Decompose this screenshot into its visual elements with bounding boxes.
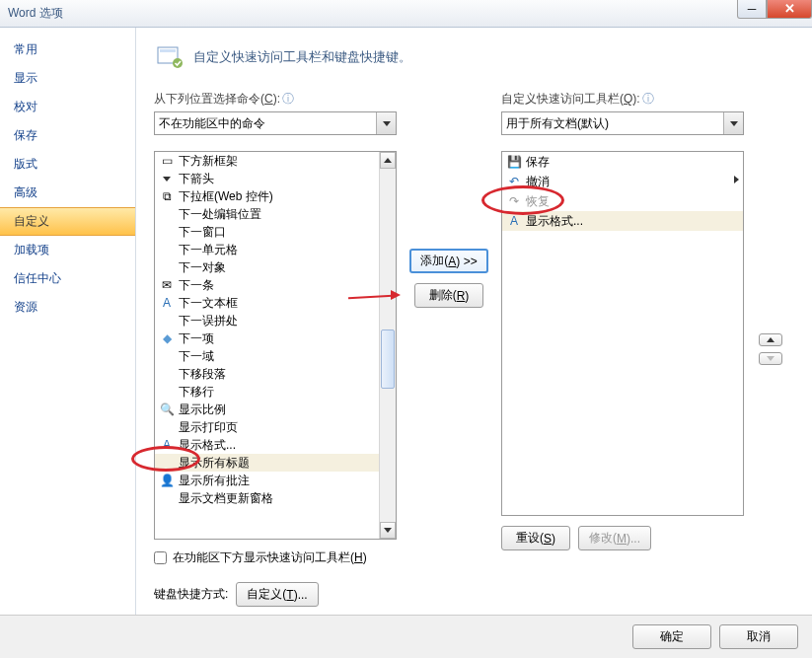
- choose-commands-combo[interactable]: 不在功能区中的命令: [154, 111, 397, 135]
- scroll-thumb[interactable]: [381, 329, 395, 389]
- list-item[interactable]: 下一域: [179, 348, 214, 365]
- close-button[interactable]: ✕: [767, 0, 812, 19]
- list-item[interactable]: 恢复: [526, 193, 550, 210]
- modify-button[interactable]: 修改(M)...: [578, 526, 651, 550]
- list-item[interactable]: 下一窗口: [179, 224, 226, 241]
- list-item[interactable]: 下一文本框: [179, 295, 238, 312]
- footer: 确定 取消: [0, 616, 812, 658]
- qat-combo[interactable]: 用于所有文档(默认): [501, 111, 744, 135]
- list-item[interactable]: 下一单元格: [179, 242, 238, 258]
- undo-icon: ↶: [506, 174, 522, 189]
- customize-icon: [154, 41, 185, 73]
- list-item[interactable]: 下移段落: [179, 366, 226, 383]
- window-controls: ─ ✕: [737, 0, 812, 19]
- cancel-button[interactable]: 取消: [719, 624, 798, 649]
- format-icon: A: [159, 437, 175, 453]
- sidebar-item-common[interactable]: 常用: [0, 36, 135, 64]
- main-panel: 自定义快速访问工具栏和键盘快捷键。 从下列位置选择命令(C):ⓘ 不在功能区中的…: [136, 28, 812, 615]
- sidebar-item-resources[interactable]: 资源: [0, 293, 135, 322]
- list-item[interactable]: 下一项: [179, 330, 214, 347]
- textbox-icon: A: [159, 295, 175, 311]
- sidebar-item-addins[interactable]: 加载项: [0, 236, 135, 264]
- add-button[interactable]: 添加(A) >>: [409, 249, 487, 273]
- arrow-down-icon: [159, 171, 175, 186]
- show-below-checkbox[interactable]: [154, 551, 167, 564]
- save-icon: 💾: [506, 154, 522, 170]
- expand-icon[interactable]: [734, 176, 739, 183]
- sidebar-item-proofing[interactable]: 校对: [0, 93, 135, 121]
- list-item[interactable]: 显示比例: [179, 402, 226, 418]
- header: 自定义快速访问工具栏和键盘快捷键。: [154, 41, 794, 73]
- svg-rect-1: [160, 49, 176, 52]
- comment-icon: 👤: [159, 473, 175, 488]
- sidebar-item-display[interactable]: 显示: [0, 64, 135, 93]
- content: 常用 显示 校对 保存 版式 高级 自定义 加载项 信任中心 资源 自定义快速访…: [0, 28, 812, 616]
- sidebar-item-trust[interactable]: 信任中心: [0, 264, 135, 293]
- redo-icon: ↷: [506, 193, 522, 209]
- choose-commands-label: 从下列位置选择命令(C):ⓘ: [154, 91, 397, 108]
- diamond-icon: ◆: [159, 330, 175, 346]
- scroll-down-button[interactable]: [380, 522, 396, 539]
- list-item[interactable]: 下箭头: [179, 171, 214, 187]
- commands-listbox[interactable]: ▭下方新框架 下箭头 ⧉下拉框(Web 控件) 下一处编辑位置 下一窗口 下一单…: [154, 151, 397, 540]
- list-item[interactable]: 显示所有批注: [179, 473, 250, 489]
- chevron-down-icon: [376, 112, 396, 134]
- list-item[interactable]: 下移行: [179, 384, 214, 401]
- chevron-down-icon: [723, 112, 743, 134]
- dropdown-icon: ⧉: [159, 188, 175, 204]
- move-down-button[interactable]: [759, 352, 782, 365]
- show-below-label: 在功能区下方显示快速访问工具栏(H): [173, 549, 367, 566]
- keyboard-customize-button[interactable]: 自定义(T)...: [236, 582, 318, 607]
- ok-button[interactable]: 确定: [632, 624, 711, 649]
- envelope-icon: ✉: [159, 277, 175, 293]
- sidebar-item-customize[interactable]: 自定义: [0, 207, 135, 236]
- keyboard-label: 键盘快捷方式:: [154, 586, 228, 603]
- qat-listbox[interactable]: 💾保存 ↶撤消 ↷恢复 A显示格式...: [501, 151, 744, 516]
- minimize-button[interactable]: ─: [737, 0, 767, 19]
- combo-value: 用于所有文档(默认): [506, 115, 609, 132]
- scrollbar[interactable]: [379, 152, 396, 539]
- list-item[interactable]: 显示格式...: [179, 437, 236, 454]
- frame-icon: ▭: [159, 153, 175, 169]
- reset-button[interactable]: 重设(S): [501, 526, 570, 550]
- columns: 从下列位置选择命令(C):ⓘ 不在功能区中的命令 ▭下方新框架 下箭头 ⧉下拉框…: [154, 91, 794, 607]
- reorder-column: [756, 91, 785, 607]
- combo-value: 不在功能区中的命令: [159, 115, 265, 132]
- list-item[interactable]: 显示格式...: [526, 213, 583, 230]
- titlebar: Word 选项 ─ ✕: [0, 0, 812, 28]
- list-item[interactable]: 下一条: [179, 277, 214, 294]
- list-item[interactable]: 显示文档更新窗格: [179, 490, 273, 507]
- show-below-row: 在功能区下方显示快速访问工具栏(H): [154, 549, 397, 566]
- svg-point-2: [173, 58, 183, 68]
- sidebar-item-save[interactable]: 保存: [0, 121, 135, 150]
- scroll-up-button[interactable]: [380, 152, 396, 169]
- list-item[interactable]: 显示打印页: [179, 419, 238, 436]
- list-item[interactable]: 显示所有标题: [179, 455, 250, 472]
- window-title: Word 选项: [8, 5, 63, 22]
- list-item[interactable]: 撤消: [526, 174, 550, 190]
- format-icon: A: [506, 213, 522, 229]
- remove-button[interactable]: 删除(R): [414, 283, 483, 308]
- move-up-button[interactable]: [759, 333, 782, 346]
- list-item[interactable]: 下方新框架: [179, 153, 238, 170]
- left-column: 从下列位置选择命令(C):ⓘ 不在功能区中的命令 ▭下方新框架 下箭头 ⧉下拉框…: [154, 91, 397, 607]
- qat-label: 自定义快速访问工具栏(Q):ⓘ: [501, 91, 744, 108]
- keyboard-row: 键盘快捷方式: 自定义(T)...: [154, 582, 397, 607]
- list-item[interactable]: 下一处编辑位置: [179, 206, 261, 223]
- list-item[interactable]: 保存: [526, 154, 550, 171]
- sidebar-item-advanced[interactable]: 高级: [0, 179, 135, 207]
- header-text: 自定义快速访问工具栏和键盘快捷键。: [193, 48, 411, 66]
- middle-column: 添加(A) >> 删除(R): [408, 91, 489, 607]
- sidebar: 常用 显示 校对 保存 版式 高级 自定义 加载项 信任中心 资源: [0, 28, 136, 615]
- list-item[interactable]: 下一对象: [179, 259, 226, 276]
- sidebar-item-layout[interactable]: 版式: [0, 150, 135, 179]
- list-item[interactable]: 下拉框(Web 控件): [179, 188, 273, 205]
- zoom-icon: 🔍: [159, 402, 175, 417]
- right-column: 自定义快速访问工具栏(Q):ⓘ 用于所有文档(默认) 💾保存 ↶撤消 ↷恢复 A…: [501, 91, 744, 607]
- list-item[interactable]: 下一误拼处: [179, 313, 238, 329]
